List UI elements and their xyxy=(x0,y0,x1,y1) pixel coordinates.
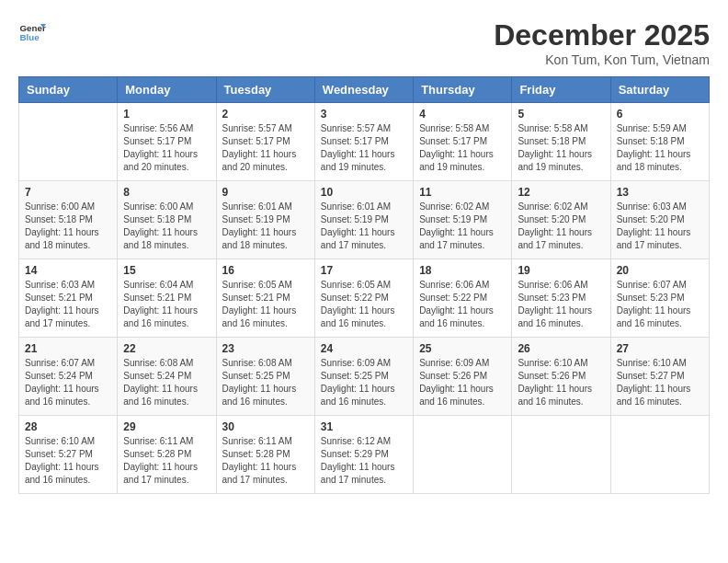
calendar-cell: 30Sunrise: 6:11 AM Sunset: 5:28 PM Dayli… xyxy=(216,416,314,494)
day-number: 24 xyxy=(321,342,407,355)
calendar-cell: 19Sunrise: 6:06 AM Sunset: 5:23 PM Dayli… xyxy=(512,259,610,338)
day-number: 12 xyxy=(518,186,604,199)
calendar-week-row: 28Sunrise: 6:10 AM Sunset: 5:27 PM Dayli… xyxy=(19,416,710,494)
calendar-cell xyxy=(610,416,709,494)
day-info: Sunrise: 6:08 AM Sunset: 5:25 PM Dayligh… xyxy=(222,357,309,408)
day-number: 19 xyxy=(518,264,604,277)
day-number: 5 xyxy=(518,108,604,121)
day-number: 31 xyxy=(321,420,407,433)
day-number: 23 xyxy=(222,342,309,355)
day-number: 30 xyxy=(222,420,309,433)
calendar-cell: 14Sunrise: 6:03 AM Sunset: 5:21 PM Dayli… xyxy=(19,259,118,338)
calendar-cell: 13Sunrise: 6:03 AM Sunset: 5:20 PM Dayli… xyxy=(610,181,709,259)
calendar-header-thursday: Thursday xyxy=(414,77,512,103)
calendar-cell xyxy=(512,416,610,494)
calendar-cell: 24Sunrise: 6:09 AM Sunset: 5:25 PM Dayli… xyxy=(314,338,413,416)
calendar-cell: 23Sunrise: 6:08 AM Sunset: 5:25 PM Dayli… xyxy=(216,338,314,416)
day-info: Sunrise: 6:03 AM Sunset: 5:21 PM Dayligh… xyxy=(25,279,111,330)
calendar-cell: 3Sunrise: 5:57 AM Sunset: 5:17 PM Daylig… xyxy=(314,103,413,181)
day-info: Sunrise: 6:11 AM Sunset: 5:28 PM Dayligh… xyxy=(222,435,309,487)
calendar-cell: 31Sunrise: 6:12 AM Sunset: 5:29 PM Dayli… xyxy=(314,416,413,494)
day-info: Sunrise: 6:08 AM Sunset: 5:24 PM Dayligh… xyxy=(123,357,210,408)
day-number: 25 xyxy=(419,342,506,355)
day-info: Sunrise: 6:03 AM Sunset: 5:20 PM Dayligh… xyxy=(617,201,703,252)
day-info: Sunrise: 6:05 AM Sunset: 5:22 PM Dayligh… xyxy=(321,279,407,330)
calendar-week-row: 21Sunrise: 6:07 AM Sunset: 5:24 PM Dayli… xyxy=(19,338,710,416)
calendar-cell: 16Sunrise: 6:05 AM Sunset: 5:21 PM Dayli… xyxy=(216,259,314,338)
day-number: 1 xyxy=(123,108,210,121)
day-info: Sunrise: 5:58 AM Sunset: 5:17 PM Dayligh… xyxy=(419,122,506,174)
calendar-header-monday: Monday xyxy=(118,77,216,103)
calendar-cell: 1Sunrise: 5:56 AM Sunset: 5:17 PM Daylig… xyxy=(118,103,216,181)
day-number: 4 xyxy=(419,108,506,121)
calendar-header-wednesday: Wednesday xyxy=(314,77,413,103)
day-number: 14 xyxy=(25,264,111,277)
day-info: Sunrise: 6:07 AM Sunset: 5:24 PM Dayligh… xyxy=(25,357,111,408)
day-number: 11 xyxy=(419,186,506,199)
day-info: Sunrise: 6:00 AM Sunset: 5:18 PM Dayligh… xyxy=(123,201,210,252)
day-info: Sunrise: 6:11 AM Sunset: 5:28 PM Dayligh… xyxy=(123,435,210,487)
day-info: Sunrise: 5:58 AM Sunset: 5:18 PM Dayligh… xyxy=(518,122,604,174)
day-info: Sunrise: 5:57 AM Sunset: 5:17 PM Dayligh… xyxy=(222,122,309,174)
day-number: 29 xyxy=(123,420,210,433)
calendar-cell: 17Sunrise: 6:05 AM Sunset: 5:22 PM Dayli… xyxy=(314,259,413,338)
logo: General Blue xyxy=(18,18,46,46)
page-title: December 2025 xyxy=(494,18,710,52)
calendar-header-row: SundayMondayTuesdayWednesdayThursdayFrid… xyxy=(19,77,710,103)
calendar-cell: 8Sunrise: 6:00 AM Sunset: 5:18 PM Daylig… xyxy=(118,181,216,259)
calendar-cell: 21Sunrise: 6:07 AM Sunset: 5:24 PM Dayli… xyxy=(19,338,118,416)
calendar-cell: 15Sunrise: 6:04 AM Sunset: 5:21 PM Dayli… xyxy=(118,259,216,338)
day-info: Sunrise: 6:06 AM Sunset: 5:22 PM Dayligh… xyxy=(419,279,506,330)
logo-icon: General Blue xyxy=(18,18,46,46)
day-info: Sunrise: 6:05 AM Sunset: 5:21 PM Dayligh… xyxy=(222,279,309,330)
day-number: 26 xyxy=(518,342,604,355)
calendar-cell: 5Sunrise: 5:58 AM Sunset: 5:18 PM Daylig… xyxy=(512,103,610,181)
day-number: 17 xyxy=(321,264,407,277)
day-number: 13 xyxy=(617,186,703,199)
day-info: Sunrise: 6:09 AM Sunset: 5:25 PM Dayligh… xyxy=(321,357,407,408)
day-number: 22 xyxy=(123,342,210,355)
calendar-cell: 10Sunrise: 6:01 AM Sunset: 5:19 PM Dayli… xyxy=(314,181,413,259)
calendar-header-saturday: Saturday xyxy=(610,77,709,103)
day-info: Sunrise: 6:10 AM Sunset: 5:27 PM Dayligh… xyxy=(617,357,703,408)
calendar-table: SundayMondayTuesdayWednesdayThursdayFrid… xyxy=(18,76,710,494)
calendar-cell xyxy=(414,416,512,494)
day-number: 28 xyxy=(25,420,111,433)
calendar-cell: 6Sunrise: 5:59 AM Sunset: 5:18 PM Daylig… xyxy=(610,103,709,181)
day-info: Sunrise: 5:56 AM Sunset: 5:17 PM Dayligh… xyxy=(123,122,210,174)
calendar-cell: 2Sunrise: 5:57 AM Sunset: 5:17 PM Daylig… xyxy=(216,103,314,181)
day-info: Sunrise: 6:01 AM Sunset: 5:19 PM Dayligh… xyxy=(321,201,407,252)
calendar-cell: 25Sunrise: 6:09 AM Sunset: 5:26 PM Dayli… xyxy=(414,338,512,416)
calendar-cell: 27Sunrise: 6:10 AM Sunset: 5:27 PM Dayli… xyxy=(610,338,709,416)
day-info: Sunrise: 6:10 AM Sunset: 5:27 PM Dayligh… xyxy=(25,435,111,487)
day-number: 9 xyxy=(222,186,309,199)
day-number: 6 xyxy=(617,108,703,121)
day-number: 20 xyxy=(617,264,703,277)
calendar-cell: 11Sunrise: 6:02 AM Sunset: 5:19 PM Dayli… xyxy=(414,181,512,259)
calendar-cell: 9Sunrise: 6:01 AM Sunset: 5:19 PM Daylig… xyxy=(216,181,314,259)
day-number: 2 xyxy=(222,108,309,121)
calendar-header-friday: Friday xyxy=(512,77,610,103)
day-info: Sunrise: 6:07 AM Sunset: 5:23 PM Dayligh… xyxy=(617,279,703,330)
day-info: Sunrise: 5:57 AM Sunset: 5:17 PM Dayligh… xyxy=(321,122,407,174)
day-number: 15 xyxy=(123,264,210,277)
day-number: 27 xyxy=(617,342,703,355)
calendar-cell: 28Sunrise: 6:10 AM Sunset: 5:27 PM Dayli… xyxy=(19,416,118,494)
location-subtitle: Kon Tum, Kon Tum, Vietnam xyxy=(494,52,710,67)
day-number: 7 xyxy=(25,186,111,199)
calendar-header-sunday: Sunday xyxy=(19,77,118,103)
day-info: Sunrise: 6:09 AM Sunset: 5:26 PM Dayligh… xyxy=(419,357,506,408)
calendar-cell: 26Sunrise: 6:10 AM Sunset: 5:26 PM Dayli… xyxy=(512,338,610,416)
day-number: 8 xyxy=(123,186,210,199)
day-number: 16 xyxy=(222,264,309,277)
day-info: Sunrise: 6:12 AM Sunset: 5:29 PM Dayligh… xyxy=(321,435,407,487)
day-number: 3 xyxy=(321,108,407,121)
day-info: Sunrise: 5:59 AM Sunset: 5:18 PM Dayligh… xyxy=(617,122,703,174)
page-header: General Blue December 2025 Kon Tum, Kon … xyxy=(18,18,710,67)
calendar-cell: 29Sunrise: 6:11 AM Sunset: 5:28 PM Dayli… xyxy=(118,416,216,494)
calendar-cell: 20Sunrise: 6:07 AM Sunset: 5:23 PM Dayli… xyxy=(610,259,709,338)
day-number: 10 xyxy=(321,186,407,199)
calendar-cell: 12Sunrise: 6:02 AM Sunset: 5:20 PM Dayli… xyxy=(512,181,610,259)
day-number: 21 xyxy=(25,342,111,355)
day-info: Sunrise: 6:06 AM Sunset: 5:23 PM Dayligh… xyxy=(518,279,604,330)
